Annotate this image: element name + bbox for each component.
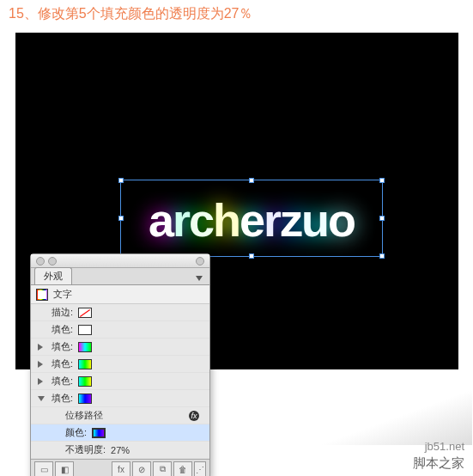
watermark-site: jb51.net (413, 440, 464, 455)
opacity-row[interactable]: 不透明度: 27% (31, 442, 209, 459)
fill-row-2[interactable]: 填色: (31, 339, 209, 356)
expand-icon[interactable] (38, 361, 43, 368)
object-type-row[interactable]: 文字 (31, 285, 209, 304)
watermark-name: 脚本之家 (413, 455, 464, 472)
panel-footer: ▭ ◧ fx ⊘ ⧉ 🗑 ⋰ (31, 459, 209, 476)
watermark: jb51.net 脚本之家 (413, 440, 464, 471)
tab-appearance[interactable]: 外观 (34, 267, 72, 284)
object-thumbnail-icon (36, 289, 48, 301)
opacity-label: 不透明度: (65, 443, 106, 456)
fill-row-3[interactable]: 填色: (31, 356, 209, 373)
color-label: 颜色: (65, 426, 87, 439)
opacity-value: 27% (111, 445, 130, 455)
stroke-row[interactable]: 描边: (31, 304, 209, 321)
fx-icon[interactable]: fx (189, 411, 199, 421)
new-stroke-button[interactable]: ▭ (34, 461, 53, 476)
fill-swatch-white[interactable] (78, 325, 92, 335)
appearance-panel: 外观 文字 描边: 填色: 填色: 填色: 填色: 填色: 位移路径 fx 颜色… (30, 253, 210, 476)
step-caption: 15、修改第5个填充颜色的透明度为27％ (0, 0, 473, 30)
clear-button[interactable]: ⊘ (132, 461, 151, 476)
fill-swatch-gradient[interactable] (78, 342, 92, 352)
fill-label: 填色: (52, 375, 73, 388)
fill-row-4[interactable]: 填色: (31, 373, 209, 390)
panel-titlebar[interactable] (31, 254, 209, 268)
resize-grip-icon[interactable]: ⋰ (194, 461, 206, 476)
collapse-icon[interactable] (196, 257, 204, 265)
fill-swatch-gradient[interactable] (78, 376, 92, 387)
collapse-icon[interactable] (38, 396, 45, 401)
stroke-label: 描边: (52, 306, 73, 319)
expand-icon[interactable] (38, 344, 43, 351)
fill-label: 填色: (52, 392, 73, 405)
object-type-label: 文字 (53, 288, 72, 301)
offset-path-row[interactable]: 位移路径 fx (31, 407, 209, 424)
color-swatch[interactable] (92, 428, 106, 438)
fill-swatch-gradient[interactable] (78, 394, 92, 404)
duplicate-button[interactable]: ⧉ (153, 461, 172, 476)
fx-button[interactable]: fx (112, 461, 130, 476)
fill-label: 填色: (52, 340, 73, 353)
minimize-icon[interactable] (48, 257, 57, 265)
fill-label: 填色: (52, 357, 73, 370)
selection-bounds[interactable] (120, 180, 383, 257)
expand-icon[interactable] (38, 378, 43, 385)
fill-row-1[interactable]: 填色: (31, 321, 209, 339)
stroke-swatch-none[interactable] (78, 308, 92, 318)
fill-label: 填色: (52, 323, 73, 336)
color-row[interactable]: 颜色: (31, 424, 209, 442)
offset-path-label: 位移路径 (65, 409, 103, 422)
new-fill-button[interactable]: ◧ (55, 461, 74, 476)
panel-menu-icon[interactable] (196, 276, 203, 281)
fill-row-5[interactable]: 填色: (31, 390, 209, 407)
close-icon[interactable] (36, 257, 45, 265)
decorative-shape (298, 369, 472, 445)
delete-button[interactable]: 🗑 (173, 461, 192, 476)
fill-swatch-gradient[interactable] (78, 359, 92, 369)
